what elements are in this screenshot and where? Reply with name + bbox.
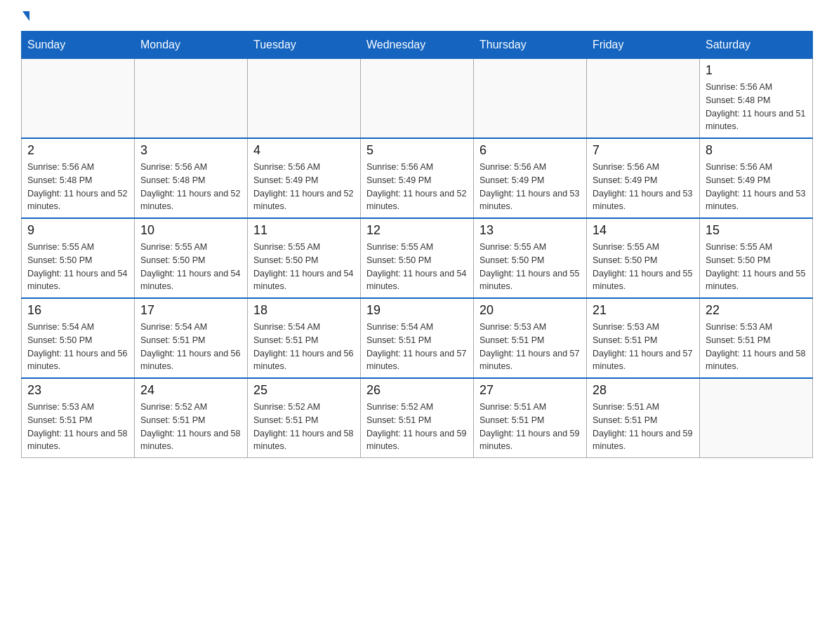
calendar-cell: 15Sunrise: 5:55 AMSunset: 5:50 PMDayligh… — [700, 218, 813, 298]
day-number: 24 — [140, 383, 241, 398]
day-info: Sunrise: 5:55 AMSunset: 5:50 PMDaylight:… — [366, 241, 468, 293]
weekday-header-monday: Monday — [135, 32, 248, 59]
day-info: Sunrise: 5:54 AMSunset: 5:51 PMDaylight:… — [140, 321, 241, 373]
day-number: 17 — [140, 303, 241, 318]
day-info: Sunrise: 5:55 AMSunset: 5:50 PMDaylight:… — [479, 241, 581, 293]
day-info: Sunrise: 5:56 AMSunset: 5:49 PMDaylight:… — [366, 161, 468, 213]
day-info: Sunrise: 5:51 AMSunset: 5:51 PMDaylight:… — [479, 401, 581, 453]
day-info: Sunrise: 5:54 AMSunset: 5:51 PMDaylight:… — [253, 321, 355, 373]
day-number: 11 — [253, 223, 355, 238]
day-number: 9 — [27, 223, 128, 238]
calendar-cell: 21Sunrise: 5:53 AMSunset: 5:51 PMDayligh… — [587, 298, 700, 378]
calendar-cell — [474, 59, 587, 139]
day-number: 2 — [27, 143, 128, 158]
day-info: Sunrise: 5:54 AMSunset: 5:50 PMDaylight:… — [27, 321, 128, 373]
weekday-header-wednesday: Wednesday — [361, 32, 474, 59]
day-number: 23 — [27, 383, 128, 398]
day-info: Sunrise: 5:55 AMSunset: 5:50 PMDaylight:… — [706, 241, 807, 293]
calendar-cell: 9Sunrise: 5:55 AMSunset: 5:50 PMDaylight… — [22, 218, 135, 298]
calendar-cell: 6Sunrise: 5:56 AMSunset: 5:49 PMDaylight… — [474, 138, 587, 218]
day-number: 21 — [593, 303, 694, 318]
calendar-cell: 10Sunrise: 5:55 AMSunset: 5:50 PMDayligh… — [135, 218, 248, 298]
calendar-cell — [22, 59, 135, 139]
day-info: Sunrise: 5:56 AMSunset: 5:49 PMDaylight:… — [593, 161, 694, 213]
weekday-header-thursday: Thursday — [474, 32, 587, 59]
calendar-cell — [135, 59, 248, 139]
day-info: Sunrise: 5:53 AMSunset: 5:51 PMDaylight:… — [593, 321, 694, 373]
day-number: 18 — [253, 303, 355, 318]
day-number: 20 — [479, 303, 581, 318]
day-info: Sunrise: 5:53 AMSunset: 5:51 PMDaylight:… — [27, 401, 128, 453]
calendar-cell: 18Sunrise: 5:54 AMSunset: 5:51 PMDayligh… — [248, 298, 361, 378]
day-info: Sunrise: 5:56 AMSunset: 5:49 PMDaylight:… — [706, 161, 807, 213]
day-number: 5 — [366, 143, 468, 158]
calendar-cell: 2Sunrise: 5:56 AMSunset: 5:48 PMDaylight… — [22, 138, 135, 218]
day-info: Sunrise: 5:55 AMSunset: 5:50 PMDaylight:… — [593, 241, 694, 293]
day-number: 3 — [140, 143, 241, 158]
day-number: 10 — [140, 223, 241, 238]
day-number: 1 — [706, 63, 807, 78]
day-number: 14 — [593, 223, 694, 238]
calendar-cell: 27Sunrise: 5:51 AMSunset: 5:51 PMDayligh… — [474, 378, 587, 458]
day-info: Sunrise: 5:56 AMSunset: 5:48 PMDaylight:… — [706, 81, 807, 133]
day-info: Sunrise: 5:56 AMSunset: 5:49 PMDaylight:… — [253, 161, 355, 213]
calendar-cell: 12Sunrise: 5:55 AMSunset: 5:50 PMDayligh… — [361, 218, 474, 298]
day-number: 13 — [479, 223, 581, 238]
page-header — [21, 14, 813, 24]
day-info: Sunrise: 5:56 AMSunset: 5:48 PMDaylight:… — [140, 161, 241, 213]
day-info: Sunrise: 5:53 AMSunset: 5:51 PMDaylight:… — [479, 321, 581, 373]
calendar-cell: 16Sunrise: 5:54 AMSunset: 5:50 PMDayligh… — [22, 298, 135, 378]
day-info: Sunrise: 5:56 AMSunset: 5:49 PMDaylight:… — [479, 161, 581, 213]
day-info: Sunrise: 5:52 AMSunset: 5:51 PMDaylight:… — [366, 401, 468, 453]
calendar-cell: 11Sunrise: 5:55 AMSunset: 5:50 PMDayligh… — [248, 218, 361, 298]
day-number: 28 — [593, 383, 694, 398]
day-number: 27 — [479, 383, 581, 398]
day-info: Sunrise: 5:56 AMSunset: 5:48 PMDaylight:… — [27, 161, 128, 213]
day-info: Sunrise: 5:51 AMSunset: 5:51 PMDaylight:… — [593, 401, 694, 453]
weekday-header-sunday: Sunday — [22, 32, 135, 59]
day-info: Sunrise: 5:55 AMSunset: 5:50 PMDaylight:… — [27, 241, 128, 293]
calendar-cell: 14Sunrise: 5:55 AMSunset: 5:50 PMDayligh… — [587, 218, 700, 298]
day-number: 16 — [27, 303, 128, 318]
calendar-table: SundayMondayTuesdayWednesdayThursdayFrid… — [21, 31, 813, 458]
calendar-cell: 7Sunrise: 5:56 AMSunset: 5:49 PMDaylight… — [587, 138, 700, 218]
day-info: Sunrise: 5:53 AMSunset: 5:51 PMDaylight:… — [706, 321, 807, 373]
day-number: 26 — [366, 383, 468, 398]
day-number: 19 — [366, 303, 468, 318]
calendar-cell — [248, 59, 361, 139]
day-number: 22 — [706, 303, 807, 318]
calendar-cell: 26Sunrise: 5:52 AMSunset: 5:51 PMDayligh… — [361, 378, 474, 458]
calendar-cell: 3Sunrise: 5:56 AMSunset: 5:48 PMDaylight… — [135, 138, 248, 218]
calendar-cell — [700, 378, 813, 458]
calendar-cell: 17Sunrise: 5:54 AMSunset: 5:51 PMDayligh… — [135, 298, 248, 378]
weekday-header-tuesday: Tuesday — [248, 32, 361, 59]
day-info: Sunrise: 5:52 AMSunset: 5:51 PMDaylight:… — [253, 401, 355, 453]
calendar-cell: 19Sunrise: 5:54 AMSunset: 5:51 PMDayligh… — [361, 298, 474, 378]
calendar-cell — [361, 59, 474, 139]
calendar-cell: 4Sunrise: 5:56 AMSunset: 5:49 PMDaylight… — [248, 138, 361, 218]
day-number: 6 — [479, 143, 581, 158]
day-info: Sunrise: 5:55 AMSunset: 5:50 PMDaylight:… — [140, 241, 241, 293]
calendar-cell: 8Sunrise: 5:56 AMSunset: 5:49 PMDaylight… — [700, 138, 813, 218]
day-info: Sunrise: 5:52 AMSunset: 5:51 PMDaylight:… — [140, 401, 241, 453]
day-number: 4 — [253, 143, 355, 158]
day-number: 12 — [366, 223, 468, 238]
day-number: 15 — [706, 223, 807, 238]
weekday-header-saturday: Saturday — [700, 32, 813, 59]
day-number: 25 — [253, 383, 355, 398]
calendar-cell — [587, 59, 700, 139]
calendar-cell: 28Sunrise: 5:51 AMSunset: 5:51 PMDayligh… — [587, 378, 700, 458]
calendar-cell: 20Sunrise: 5:53 AMSunset: 5:51 PMDayligh… — [474, 298, 587, 378]
calendar-cell: 25Sunrise: 5:52 AMSunset: 5:51 PMDayligh… — [248, 378, 361, 458]
day-info: Sunrise: 5:55 AMSunset: 5:50 PMDaylight:… — [253, 241, 355, 293]
weekday-header-friday: Friday — [587, 32, 700, 59]
calendar-cell: 1Sunrise: 5:56 AMSunset: 5:48 PMDaylight… — [700, 59, 813, 139]
calendar-cell: 24Sunrise: 5:52 AMSunset: 5:51 PMDayligh… — [135, 378, 248, 458]
logo-triangle-icon — [22, 11, 29, 21]
calendar-cell: 22Sunrise: 5:53 AMSunset: 5:51 PMDayligh… — [700, 298, 813, 378]
calendar-cell: 5Sunrise: 5:56 AMSunset: 5:49 PMDaylight… — [361, 138, 474, 218]
day-number: 8 — [706, 143, 807, 158]
logo — [21, 14, 29, 24]
calendar-cell: 23Sunrise: 5:53 AMSunset: 5:51 PMDayligh… — [22, 378, 135, 458]
day-info: Sunrise: 5:54 AMSunset: 5:51 PMDaylight:… — [366, 321, 468, 373]
